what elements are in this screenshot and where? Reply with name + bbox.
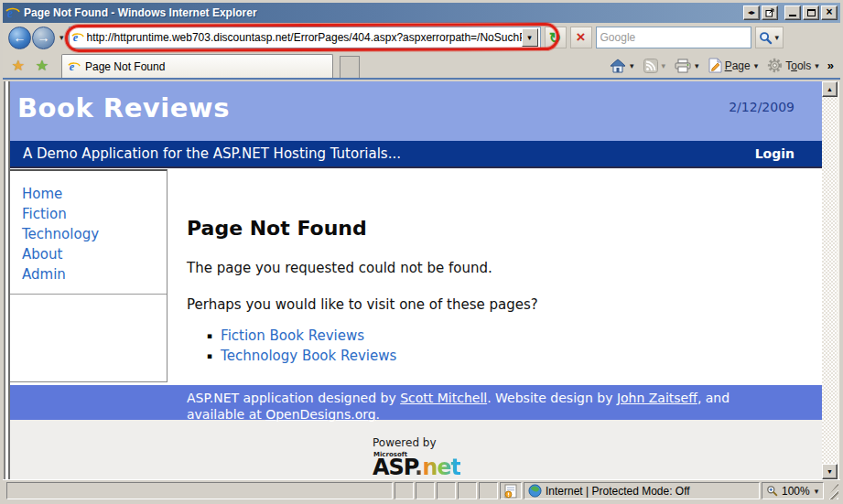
zone-panel[interactable]: Internet | Protected Mode: Off xyxy=(524,482,760,499)
minimize-button[interactable] xyxy=(784,5,801,20)
browser-window: e Page Not Found - Windows Internet Expl… xyxy=(0,0,843,504)
tab-bar: ★ ★ e Page Not Found xyxy=(3,52,840,80)
tab-page-not-found[interactable]: e Page Not Found xyxy=(61,54,333,78)
zoom-panel[interactable]: 100% ▾ xyxy=(762,482,824,499)
refresh-button[interactable]: ↻ xyxy=(545,27,567,48)
scroll-down-button[interactable]: ▼ xyxy=(822,464,838,479)
zoom-magnifier-icon xyxy=(766,485,778,497)
page-ie-icon: e xyxy=(71,31,84,44)
powered-by-logo: Powered by Microsoft ASP.net xyxy=(373,420,822,479)
sidebar-nav: Home Fiction Technology About Admin xyxy=(10,169,168,382)
web-page: Book Reviews 2/12/2009 A Demo Applicatio… xyxy=(8,81,822,479)
aspnet-logo-asp: ASP xyxy=(373,455,415,479)
window-popout-button[interactable] xyxy=(762,5,778,20)
page-menu-button[interactable]: Page ▾ xyxy=(705,56,763,75)
status-bar: Internet | Protected Mode: Off 100% ▾ xyxy=(3,479,840,501)
zone-text: Internet | Protected Mode: Off xyxy=(546,485,690,498)
scroll-up-button[interactable]: ▲ xyxy=(822,81,838,97)
url-input[interactable] xyxy=(87,31,522,44)
close-button[interactable]: × xyxy=(821,5,838,20)
stop-icon: × xyxy=(577,28,586,47)
sidebar-item-admin[interactable]: Admin xyxy=(22,266,66,283)
site-title: Book Reviews xyxy=(17,92,230,123)
error-message: The page you requested could not be foun… xyxy=(187,260,813,276)
sidebar-item-fiction[interactable]: Fiction xyxy=(22,206,67,222)
status-panel-4 xyxy=(458,482,477,499)
status-panel-5 xyxy=(479,482,498,499)
bullet-icon: ▪ xyxy=(207,326,212,346)
opendesigns-link[interactable]: OpenDesigns.org xyxy=(265,407,375,422)
back-icon: ← xyxy=(14,30,27,45)
nav-item: Fiction xyxy=(22,204,167,224)
footer-text: . Website design by xyxy=(487,391,617,405)
search-icon xyxy=(759,31,773,45)
page-menu-label: Page xyxy=(725,59,751,72)
feeds-dropdown-icon[interactable]: ▾ xyxy=(661,61,667,70)
bullet-icon: ▪ xyxy=(207,346,212,366)
status-message-panel xyxy=(6,482,393,499)
sidebar-item-home[interactable]: Home xyxy=(22,186,62,202)
maximize-icon xyxy=(807,9,816,16)
scott-mitchell-link[interactable]: Scott Mitchell xyxy=(400,391,487,405)
browser-viewport: Book Reviews 2/12/2009 A Demo Applicatio… xyxy=(4,81,839,479)
print-button[interactable]: ▾ xyxy=(671,57,704,75)
print-dropdown-icon[interactable]: ▾ xyxy=(694,61,700,70)
window-seamless-button[interactable]: ◂▸ xyxy=(743,5,760,20)
page-icon xyxy=(708,58,722,73)
technology-reviews-link[interactable]: Technology Book Reviews xyxy=(221,346,396,366)
gear-icon xyxy=(767,58,783,73)
nav-list: Home Fiction Technology About Admin xyxy=(10,171,167,284)
add-favorite-button[interactable]: ★ xyxy=(30,54,54,76)
security-report-panel[interactable] xyxy=(500,482,522,499)
history-dropdown-button[interactable]: ▾ xyxy=(59,33,65,42)
tools-dropdown-icon[interactable]: ▾ xyxy=(814,61,820,70)
fiction-reviews-link[interactable]: Fiction Book Reviews xyxy=(221,326,364,346)
site-tagline: A Demo Application for the ASP.NET Hosti… xyxy=(23,145,401,162)
search-input[interactable] xyxy=(600,31,747,44)
home-button[interactable]: ▾ xyxy=(606,57,639,75)
page-dropdown-icon[interactable]: ▾ xyxy=(753,61,760,70)
minimize-icon xyxy=(789,10,796,16)
search-button[interactable]: ▾ xyxy=(755,27,784,48)
zoom-dropdown-icon[interactable]: ▾ xyxy=(814,487,820,496)
command-bar: ▾ ▾ xyxy=(606,56,837,78)
maximize-button[interactable] xyxy=(803,5,819,20)
command-overflow-button[interactable]: » xyxy=(825,59,837,72)
home-dropdown-icon[interactable]: ▾ xyxy=(629,61,635,70)
page-footer: ASP.NET application designed by Scott Mi… xyxy=(10,385,822,420)
sidebar-item-technology[interactable]: Technology xyxy=(22,226,99,242)
footer-text: ASP.NET application designed by xyxy=(187,391,400,405)
aspnet-logo-net: .net xyxy=(415,455,460,479)
content-area: Home Fiction Technology About Admin Page… xyxy=(10,168,822,385)
refresh-icon: ↻ xyxy=(549,29,561,47)
login-link[interactable]: Login xyxy=(755,146,794,161)
back-button[interactable]: ← xyxy=(8,27,31,49)
home-icon xyxy=(610,59,626,73)
nav-item: Home xyxy=(22,184,167,204)
vertical-scrollbar[interactable]: ▲ ▼ xyxy=(822,81,838,479)
main-content: Page Not Found The page you requested co… xyxy=(187,168,813,366)
stop-button[interactable]: × xyxy=(570,27,592,48)
popout-icon xyxy=(765,8,774,17)
warning-page-icon xyxy=(504,484,517,499)
list-item: ▪ Fiction Book Reviews xyxy=(207,326,813,346)
address-field-wrap: e ▾ xyxy=(69,27,541,48)
printer-icon xyxy=(675,59,691,73)
title-bar: e Page Not Found - Windows Internet Expl… xyxy=(3,3,840,23)
powered-by-caption: Powered by xyxy=(373,436,437,449)
search-dropdown-icon[interactable]: ▾ xyxy=(774,33,781,42)
resize-grip[interactable] xyxy=(826,483,838,499)
search-box xyxy=(596,27,751,48)
page-title: Page Not Found xyxy=(187,217,813,240)
tools-menu-button[interactable]: Tools ▾ xyxy=(763,56,824,75)
favorites-center-button[interactable]: ★ xyxy=(6,54,30,76)
john-zaitseff-link[interactable]: John Zaitseff xyxy=(617,391,697,405)
close-icon: × xyxy=(826,6,832,17)
feeds-button[interactable]: ▾ xyxy=(640,57,671,75)
url-dropdown-button[interactable]: ▾ xyxy=(522,28,538,47)
nav-item: Technology xyxy=(22,224,167,244)
new-tab-button[interactable] xyxy=(340,56,360,78)
forward-button[interactable]: → xyxy=(32,27,55,49)
sidebar-item-about[interactable]: About xyxy=(22,246,62,263)
tagline-band: A Demo Application for the ASP.NET Hosti… xyxy=(10,141,822,168)
